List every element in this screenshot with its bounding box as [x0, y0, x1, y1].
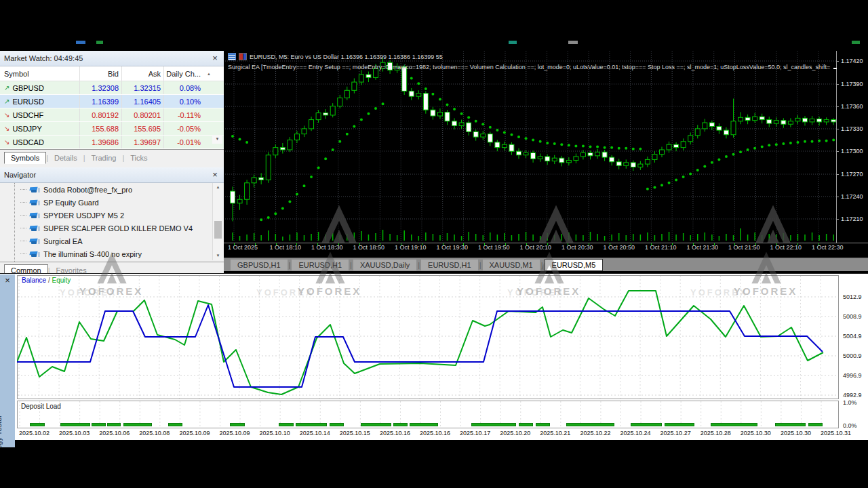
column-ask[interactable]: Ask — [122, 66, 164, 81]
daily-change-value: 0.10% — [164, 95, 203, 108]
time-tick-mark — [755, 243, 756, 245]
tab-ticks[interactable]: Ticks — [124, 152, 153, 163]
tab-symbols[interactable]: Symbols — [4, 152, 46, 164]
time-tick-mark — [296, 243, 297, 245]
price-scale-divider — [836, 51, 837, 243]
time-tick-label[interactable]: 1 Oct 22:30 — [812, 244, 844, 251]
deposit-bar — [279, 423, 294, 426]
trend-up-icon: ↗ — [4, 98, 9, 105]
cap-tassel — [39, 239, 39, 244]
price-chart-panel[interactable]: EURUSD, M5: Euro vs US Dollar 1.16396 1.… — [224, 51, 868, 258]
deposit-bar — [92, 423, 106, 426]
toolbar-fragment — [76, 41, 85, 44]
balance-scale-label: 4992.9 — [843, 392, 862, 399]
chart-tab-eurusd-m5[interactable]: EURUSD,M5 — [545, 259, 604, 271]
close-icon[interactable]: × — [3, 276, 12, 285]
date-tick-label: 2025.10.09 — [179, 430, 210, 436]
scroll-down-icon[interactable]: ▼ — [213, 251, 223, 260]
scroll-down-icon[interactable]: ▼ — [212, 135, 222, 144]
navigator-scrollbar[interactable]: ▲ ▼ — [212, 183, 223, 260]
ask-value: 1.39697 — [122, 136, 164, 148]
symbol-row-eurusd[interactable]: ↗EURUSD1.163991.164050.10% — [0, 95, 224, 108]
scroll-up-icon[interactable]: ▲ — [203, 72, 214, 76]
market-watch-column-headers[interactable]: Symbol Bid Ask Daily Ch... ▲ — [0, 66, 224, 81]
deposit-bar — [107, 423, 121, 426]
expert-advisor-item[interactable]: Sodda Robot@free_fx_pro — [0, 183, 224, 196]
deposit-bar — [711, 423, 757, 426]
time-tick-mark — [276, 243, 277, 245]
expert-advisor-icon — [30, 237, 40, 245]
cap-base — [31, 241, 37, 244]
deposit-bar — [410, 423, 438, 426]
expert-advisor-item[interactable]: Surgical EA — [0, 235, 224, 247]
cap-tassel — [39, 188, 39, 192]
symbol-row-usdjpy[interactable]: ↘USDJPY155.688155.695-0.05% — [0, 122, 224, 136]
time-tick-mark — [505, 243, 506, 245]
symbol-row-usdchf[interactable]: ↘USDCHF0.801920.80201-0.11% — [0, 108, 224, 122]
trend-down-icon: ↘ — [4, 138, 9, 146]
column-daily-change[interactable]: Daily Ch... — [164, 66, 203, 81]
tree-stub — [20, 241, 26, 241]
expert-advisor-item[interactable]: SUPER SCALPER GOLD KILLER DEMO V4 — [0, 222, 224, 235]
cap-base — [31, 254, 37, 257]
tab-trading[interactable]: Trading — [85, 152, 123, 163]
expert-advisor-item[interactable]: SP Equity Guard — [0, 196, 224, 209]
price-tick-mark — [836, 129, 839, 129]
bid-value: 155.688 — [80, 122, 122, 135]
tab-separator: | — [478, 261, 483, 269]
bid-value: 1.16399 — [80, 95, 122, 108]
mt5-terminal-window: Market Watch: 04:49:45 × Symbol Bid Ask … — [0, 0, 868, 488]
cap-tassel — [39, 214, 39, 218]
navigator-header[interactable]: Navigator × — [0, 167, 224, 183]
symbol-row-gbpusd[interactable]: ↗GBPUSD1.323081.323150.08% — [0, 81, 224, 95]
column-bid[interactable]: Bid — [80, 66, 122, 81]
time-tick-mark — [693, 243, 694, 245]
chart-tab-xauusd-m1[interactable]: XAUUSD,M1 — [483, 260, 540, 270]
ask-value: 1.32315 — [122, 81, 164, 94]
market-watch-header[interactable]: Market Watch: 04:49:45 × — [0, 51, 224, 66]
price-tick-label: 1.17420 — [841, 58, 863, 64]
strategy-tester-sidebar[interactable]: × Strategy Tester — [0, 274, 15, 447]
symbol-cell: ↘USDJPY — [0, 122, 80, 135]
deposit-bar — [566, 423, 614, 426]
scrollbar-thumb[interactable] — [214, 221, 222, 239]
symbol-name: USDCAD — [12, 138, 43, 146]
time-tick-mark — [422, 243, 422, 245]
cap-base — [31, 190, 37, 192]
close-icon[interactable]: × — [210, 54, 220, 63]
deposit-bar — [60, 423, 90, 426]
time-tick-label[interactable]: 1 Oct 2025 — [228, 244, 258, 251]
market-watch-tabs: Symbols|Details|Trading|Ticks — [0, 149, 224, 163]
chart-tab-gbpusd-h1[interactable]: GBPUSD,H1 — [231, 260, 288, 270]
date-tick-label: 2025.10.16 — [420, 430, 450, 436]
tree-stub — [20, 189, 26, 190]
date-tick-label: 2025.10.22 — [580, 430, 610, 436]
chart-tab-eurusd-h1[interactable]: EURUSD,H1 — [421, 260, 478, 270]
balance-equity-chart[interactable] — [17, 275, 839, 399]
symbol-row-usdcad[interactable]: ↘USDCAD1.396861.39697-0.01% — [0, 136, 224, 149]
chart-tab-xauusd-daily[interactable]: XAUUSD,Daily — [353, 260, 416, 270]
expert-advisor-icon — [30, 199, 40, 207]
expert-advisor-item[interactable]: SPYDER USDJPY M5 2 — [0, 209, 224, 222]
expert-advisor-item[interactable]: The illuminati S-400 no expiry — [0, 247, 224, 260]
candlestick-chart[interactable] — [225, 51, 839, 243]
strategy-tester-panel: Balance / Equity 5012.95008.95004.95000.… — [0, 273, 868, 440]
bid-value: 1.32308 — [80, 81, 122, 94]
symbol-cell: ↗EURUSD — [0, 95, 80, 108]
price-tick-mark — [836, 151, 839, 152]
deposit-load-chart[interactable]: Deposit Load — [17, 401, 839, 428]
market-watch-title: Market Watch: 04:49:45 — [4, 54, 210, 62]
tester-legend: Balance / Equity — [22, 277, 71, 284]
chart-tab-eurusd-h1[interactable]: EURUSD,H1 — [292, 260, 349, 270]
deposit-bar — [775, 423, 806, 426]
scroll-up-icon[interactable]: ▲ — [213, 183, 223, 192]
deposit-bar — [361, 423, 391, 426]
column-symbol[interactable]: Symbol — [0, 66, 80, 81]
close-icon[interactable]: × — [210, 170, 220, 180]
price-tick-mark — [836, 61, 839, 62]
navigator-title: Navigator — [4, 171, 210, 179]
strategy-tester-tab-label[interactable]: Strategy Tester — [0, 415, 3, 447]
deposit-bar — [665, 423, 694, 426]
tab-details[interactable]: Details — [48, 152, 83, 163]
chart-title-bar: EURUSD, M5: Euro vs US Dollar 1.16396 1.… — [228, 53, 443, 60]
